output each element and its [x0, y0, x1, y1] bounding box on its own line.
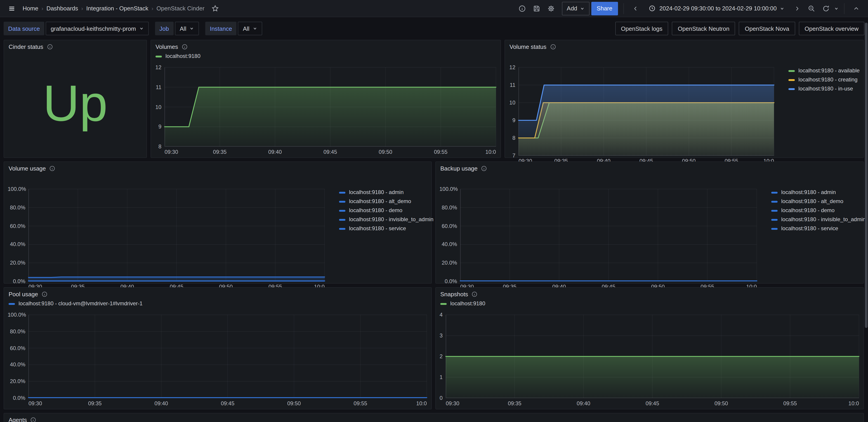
job-label[interactable]: Job: [155, 22, 174, 35]
y-axis-tick: 9: [155, 124, 161, 130]
info-icon[interactable]: [31, 417, 36, 422]
legend-item[interactable]: localhost:9180 - invisible_to_admin: [771, 217, 867, 222]
save-icon[interactable]: [530, 2, 543, 15]
legend-item[interactable]: localhost:9180 - invisible_to_admin: [339, 217, 435, 222]
breadcrumb-item[interactable]: Dashboards: [46, 5, 78, 12]
star-icon[interactable]: [209, 2, 222, 15]
legend-item[interactable]: localhost:9180: [156, 54, 200, 59]
legend-item[interactable]: localhost:9180 - admin: [771, 190, 867, 195]
panel-title[interactable]: Cinder status: [8, 43, 43, 50]
datasource-value-dropdown[interactable]: grafanacloud-keithschmitty-prom: [46, 22, 149, 35]
legend-swatch: [788, 70, 795, 72]
add-button[interactable]: Add: [562, 2, 589, 15]
share-button[interactable]: Share: [591, 2, 618, 15]
panel-title[interactable]: Pool usage: [8, 291, 38, 298]
x-axis-tick: 09:40: [577, 400, 590, 406]
time-forward-icon[interactable]: [791, 2, 803, 15]
x-axis-tick: 09:40: [154, 400, 168, 406]
info-icon[interactable]: [550, 44, 556, 50]
x-axis-tick: 09:30: [29, 400, 42, 406]
legend-item[interactable]: localhost:9180 - alt_demo: [339, 199, 435, 204]
info-icon[interactable]: [182, 44, 188, 50]
legend-item[interactable]: localhost:9180 - alt_demo: [771, 199, 867, 204]
legend-item[interactable]: localhost:9180 - in-use: [788, 86, 867, 91]
panel-title[interactable]: Snapshots: [440, 291, 468, 298]
hamburger-menu-icon[interactable]: [5, 2, 18, 15]
legend: localhost:9180 - adminlocalhost:9180 - a…: [765, 190, 867, 235]
gear-icon[interactable]: [545, 2, 557, 15]
instance-value-dropdown[interactable]: All: [238, 22, 262, 35]
legend-item[interactable]: localhost:9180 - admin: [339, 190, 435, 195]
chevron-down-icon: [189, 26, 194, 31]
x-axis-tick: 10:0: [416, 400, 427, 406]
legend-swatch: [771, 201, 778, 203]
legend-label: localhost:9180 - alt_demo: [781, 199, 843, 204]
time-back-icon[interactable]: [629, 2, 642, 15]
y-axis-tick: 60.0%: [8, 223, 25, 229]
scrollbar[interactable]: [865, 23, 868, 328]
breadcrumb-item: OpenStack Cinder: [156, 5, 204, 12]
time-range-picker[interactable]: 2024-02-29 09:30:00 to 2024-02-29 10:00:…: [644, 2, 789, 15]
info-icon[interactable]: [41, 291, 48, 297]
dashboard-link-openstack-logs[interactable]: OpenStack logs: [615, 22, 669, 35]
panel-title[interactable]: Volume status: [509, 43, 546, 50]
y-axis-tick: 40.0%: [439, 241, 457, 248]
legend-item[interactable]: localhost:9180: [440, 301, 485, 306]
breadcrumb-item[interactable]: Integration - OpenStack: [86, 5, 149, 12]
y-axis-tick: 9: [508, 117, 515, 123]
panel-title[interactable]: Volume usage: [8, 165, 46, 172]
dashboard-link-openstack-overview[interactable]: OpenStack overview: [799, 22, 864, 35]
dashboard-link-openstack-nova[interactable]: OpenStack Nova: [739, 22, 795, 35]
y-axis-tick: 1: [439, 374, 442, 381]
legend-swatch: [8, 303, 15, 305]
breadcrumb-item[interactable]: Home: [23, 5, 38, 12]
legend-item[interactable]: localhost:9180 - cloud-vm@lvmdriver-1#lv…: [8, 301, 143, 306]
info-icon[interactable]: [472, 291, 477, 297]
job-value-dropdown[interactable]: All: [175, 22, 199, 35]
legend-item[interactable]: localhost:9180 - service: [771, 226, 867, 231]
legend-item[interactable]: localhost:9180 - service: [339, 226, 435, 231]
legend-label: localhost:9180: [165, 54, 200, 59]
panel-backup-usage: Backup usage 0.0%20.0%40.0%60.0%80.0%100…: [435, 161, 864, 283]
instance-value: All: [243, 25, 250, 32]
dashboard-controls: Data source grafanacloud-keithschmitty-p…: [0, 17, 868, 40]
job-value: All: [180, 25, 186, 32]
legend-label: localhost:9180 - demo: [781, 208, 835, 213]
dashboard-links: OpenStack logsOpenStack NeutronOpenStack…: [615, 22, 864, 35]
x-axis-tick: 09:45: [323, 149, 337, 155]
panel-title[interactable]: Volumes: [156, 43, 178, 50]
info-icon[interactable]: [481, 165, 487, 172]
legend-item[interactable]: localhost:9180 - demo: [339, 208, 435, 213]
legend-item[interactable]: localhost:9180 - creating: [788, 77, 867, 82]
datasource-label[interactable]: Data source: [4, 22, 44, 35]
divider: [623, 3, 624, 14]
y-axis-tick: 4: [439, 312, 442, 318]
zoom-out-icon[interactable]: [805, 2, 818, 15]
y-axis-tick: 40.0%: [8, 241, 25, 248]
x-axis-tick: 10:0: [485, 149, 496, 155]
y-axis-tick: 0.0%: [8, 278, 25, 284]
breadcrumb-separator: ›: [81, 5, 83, 11]
x-axis-tick: 09:35: [88, 400, 102, 406]
dashboard-link-openstack-neutron[interactable]: OpenStack Neutron: [672, 22, 735, 35]
panel-title[interactable]: Backup usage: [440, 165, 477, 172]
info-icon[interactable]: [516, 2, 528, 15]
instance-label[interactable]: Instance: [205, 22, 237, 35]
x-axis-tick: 09:45: [646, 400, 659, 406]
panel-title[interactable]: Agents: [8, 417, 27, 422]
chevron-down-icon: [580, 6, 585, 11]
legend-swatch: [339, 228, 345, 230]
divider: [844, 3, 844, 14]
collapse-up-icon[interactable]: [850, 2, 863, 15]
refresh-icon[interactable]: [819, 2, 832, 15]
y-axis-tick: 12: [155, 64, 161, 70]
info-icon[interactable]: [50, 165, 55, 172]
breadcrumb: Home›Dashboards›Integration - OpenStack›…: [23, 5, 205, 12]
info-icon[interactable]: [47, 44, 53, 50]
panel-volume-usage: Volume usage 0.0%20.0%40.0%60.0%80.0%100…: [4, 161, 432, 283]
legend: localhost:9180: [440, 301, 485, 310]
legend-item[interactable]: localhost:9180 - available: [788, 68, 867, 73]
legend-item[interactable]: localhost:9180 - demo: [771, 208, 867, 213]
refresh-interval-dropdown[interactable]: [834, 6, 839, 11]
x-axis-tick: 09:45: [221, 400, 235, 406]
